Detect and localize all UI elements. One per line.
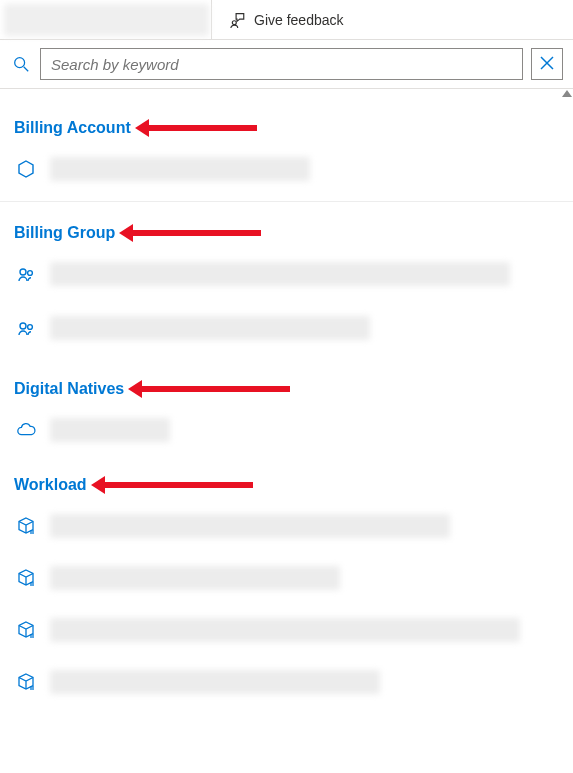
- group-icon: [16, 264, 36, 284]
- search-input[interactable]: [40, 48, 523, 80]
- list-item[interactable]: [14, 157, 573, 181]
- list-item[interactable]: [14, 262, 573, 286]
- give-feedback-button[interactable]: Give feedback: [216, 0, 356, 39]
- section-title-billing-account: Billing Account: [14, 119, 131, 137]
- close-icon: [539, 55, 555, 74]
- redacted-text: [50, 514, 450, 538]
- hexagon-icon: [16, 159, 36, 179]
- search-row: [0, 40, 573, 89]
- svg-point-8: [20, 323, 26, 329]
- redacted-text: [50, 157, 310, 181]
- package-icon: [16, 620, 36, 640]
- svg-point-6: [20, 269, 26, 275]
- package-icon: [16, 672, 36, 692]
- top-bar: Give feedback: [0, 0, 573, 40]
- redacted-region: [4, 4, 209, 36]
- svg-point-1: [15, 58, 25, 68]
- annotation-arrow: [147, 125, 257, 131]
- clear-search-button[interactable]: [531, 48, 563, 80]
- section-workload: Workload: [14, 476, 573, 694]
- redacted-text: [50, 670, 380, 694]
- group-icon: [16, 318, 36, 338]
- redacted-text: [50, 418, 170, 442]
- package-icon: [16, 516, 36, 536]
- list-item[interactable]: [14, 566, 573, 590]
- annotation-arrow: [103, 482, 253, 488]
- svg-line-2: [24, 67, 29, 72]
- svg-marker-5: [19, 161, 33, 177]
- redacted-text: [50, 618, 520, 642]
- redacted-text: [50, 262, 510, 286]
- redacted-text: [50, 566, 340, 590]
- results-panel: Billing Account Billing Group: [0, 89, 573, 694]
- section-title-billing-group: Billing Group: [14, 224, 115, 242]
- vertical-divider: [211, 0, 212, 40]
- section-separator: [0, 201, 573, 202]
- annotation-arrow: [131, 230, 261, 236]
- section-billing-group: Billing Group: [14, 224, 573, 340]
- svg-point-7: [28, 271, 33, 276]
- annotation-arrow: [140, 386, 290, 392]
- section-title-workload: Workload: [14, 476, 87, 494]
- list-item[interactable]: [14, 316, 573, 340]
- feedback-label: Give feedback: [254, 12, 344, 28]
- list-item[interactable]: [14, 514, 573, 538]
- package-icon: [16, 568, 36, 588]
- svg-point-0: [232, 20, 236, 24]
- list-item[interactable]: [14, 418, 573, 442]
- section-billing-account: Billing Account: [14, 119, 573, 181]
- scroll-up-indicator[interactable]: [562, 90, 572, 97]
- redacted-text: [50, 316, 370, 340]
- section-title-digital-natives: Digital Natives: [14, 380, 124, 398]
- list-item[interactable]: [14, 618, 573, 642]
- list-item[interactable]: [14, 670, 573, 694]
- cloud-icon: [16, 420, 36, 440]
- feedback-person-icon: [228, 11, 246, 29]
- search-icon: [10, 55, 32, 73]
- svg-point-9: [28, 325, 33, 330]
- section-digital-natives: Digital Natives: [14, 380, 573, 442]
